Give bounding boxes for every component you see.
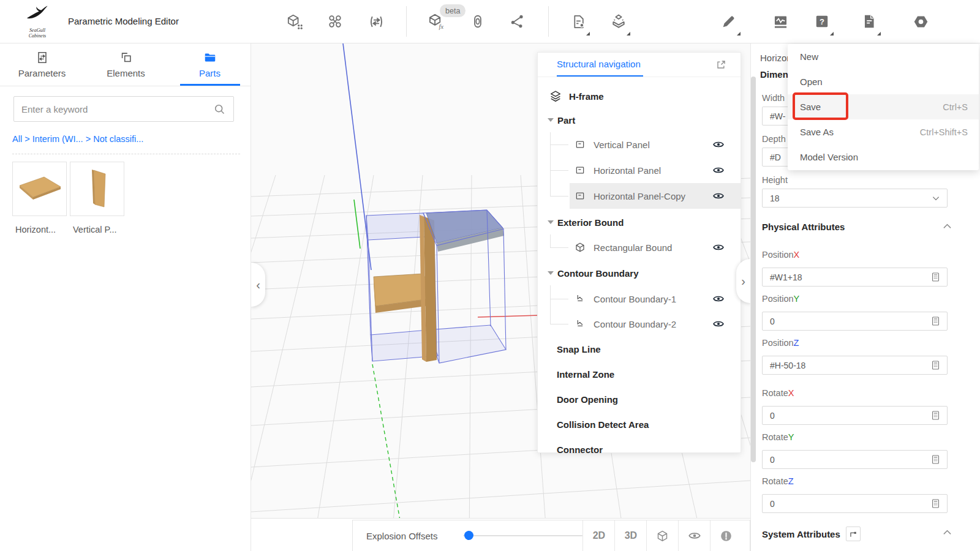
collapse-caret-icon[interactable] — [548, 271, 554, 275]
visibility-button[interactable] — [678, 520, 710, 551]
collapse-right-panel-handle[interactable]: › — [736, 259, 750, 303]
collapse-section-button[interactable] — [941, 527, 953, 538]
tabs-divider — [0, 86, 251, 86]
calculator-icon[interactable] — [930, 316, 941, 326]
tree-item-horizontal-panel-copy-selected[interactable]: Horizontal Panel-Copy — [570, 183, 741, 209]
node-graph-icon[interactable] — [321, 6, 349, 37]
cube-view-button[interactable] — [646, 520, 678, 551]
menu-item-open[interactable]: Open — [788, 69, 979, 94]
monitor-icon[interactable] — [766, 6, 794, 37]
height-select[interactable]: 18 — [762, 189, 948, 208]
system-attributes-header: System Attributes — [762, 529, 840, 539]
calculator-icon[interactable] — [930, 454, 941, 465]
tree-item-horizontal-panel[interactable]: Horizontal Panel — [538, 157, 741, 183]
contour-icon — [575, 293, 586, 304]
search-input[interactable]: Enter a keyword — [13, 96, 234, 122]
eye-icon[interactable] — [712, 164, 725, 176]
structural-navigation-tab[interactable]: Structural navigation — [557, 59, 641, 69]
tab-parts[interactable]: Parts — [168, 43, 252, 86]
breadcrumb-notclassified[interactable]: Not classifi... — [93, 134, 143, 144]
app-title: Parametric Modeling Editor — [68, 16, 179, 26]
properties-scrollbar[interactable] — [751, 77, 756, 462]
vertical-panel-mesh — [420, 215, 437, 362]
structural-navigation-panel: Structural navigation H-frame Part Verti… — [537, 52, 741, 453]
share-icon[interactable] — [503, 6, 532, 37]
calculator-icon[interactable] — [930, 410, 941, 421]
menu-item-save[interactable]: SaveCtrl+S — [788, 94, 979, 119]
explosion-offsets-slider[interactable] — [463, 535, 582, 536]
tree-group-door-opening[interactable]: Door Opening — [538, 387, 741, 411]
eye-icon[interactable] — [712, 138, 725, 151]
edit-pencil-icon[interactable] — [715, 6, 743, 37]
slider-knob[interactable] — [464, 531, 473, 540]
corner-point-button[interactable] — [846, 527, 861, 541]
tree-item-contour-boundary-2[interactable]: Contour Boundary-2 — [538, 311, 741, 337]
dashed-divider — [12, 154, 240, 154]
tree-item-h-frame[interactable]: H-frame — [538, 83, 741, 109]
tab-parameters[interactable]: Parameters — [0, 43, 84, 86]
eye-icon[interactable] — [712, 318, 725, 330]
menu-item-model-version[interactable]: Model Version — [788, 144, 979, 170]
settings-nut-icon[interactable] — [907, 6, 935, 37]
explosion-offsets-label: Explosion Offsets — [366, 531, 437, 541]
panel-icon — [575, 139, 586, 150]
warning-button[interactable] — [710, 520, 742, 551]
model-library-icon[interactable] — [281, 6, 309, 37]
positionz-input[interactable]: #H-50-18 — [762, 356, 948, 375]
part-thumbnail-horizontal-panel[interactable] — [12, 162, 67, 216]
breadcrumb-interim[interactable]: Interim (WI... — [32, 134, 83, 144]
positiony-input[interactable]: 0 — [762, 312, 948, 331]
collapse-section-button[interactable] — [941, 220, 953, 232]
rotatey-input[interactable]: 0 — [762, 450, 948, 469]
tree-group-snap-line[interactable]: Snap Line — [538, 337, 741, 361]
menu-item-new[interactable]: New — [788, 44, 979, 69]
tree-item-contour-boundary-1[interactable]: Contour Boundary-1 — [538, 286, 741, 312]
eye-icon — [688, 529, 701, 542]
search-placeholder: Enter a keyword — [21, 104, 213, 114]
breadcrumb-sep: > — [24, 134, 29, 144]
tree-group-connector[interactable]: Connector — [538, 437, 741, 462]
rotatex-input[interactable]: 0 — [762, 406, 948, 425]
beta-badge: beta — [440, 4, 466, 17]
swap-parens-icon[interactable] — [362, 6, 390, 37]
eye-icon[interactable] — [712, 293, 725, 305]
tree-item-rectangular-bound[interactable]: Rectangular Bound — [538, 234, 741, 260]
tree-group-collision-detect-area[interactable]: Collision Detect Area — [538, 412, 741, 437]
breadcrumb-sep: > — [86, 134, 91, 144]
part-thumbnail-vertical-panel[interactable] — [70, 162, 124, 216]
document-audit-icon[interactable] — [564, 6, 592, 37]
app-logo: SeaGullCabinets — [18, 4, 56, 39]
rotatez-label: RotateZ — [762, 476, 794, 486]
elements-icon — [119, 51, 133, 64]
tree-group-internal-zone[interactable]: Internal Zone — [538, 362, 741, 386]
tree-group-exterior-bound[interactable]: Exterior Bound — [538, 210, 741, 234]
tree-item-vertical-panel[interactable]: Vertical Panel — [538, 132, 741, 157]
view-2d-button[interactable]: 2D — [582, 520, 614, 551]
file-dropdown-menu: New Open SaveCtrl+S Save AsCtrl+Shift+S … — [788, 44, 979, 170]
parts-sidebar: Parameters Elements Parts Enter a keywor… — [0, 43, 251, 551]
material-box-icon[interactable] — [605, 6, 633, 37]
eye-icon[interactable] — [712, 190, 725, 202]
top-toolbar: SeaGullCabinets Parametric Modeling Edit… — [0, 0, 980, 43]
folder-icon — [203, 51, 217, 64]
expand-panel-icon[interactable] — [715, 59, 727, 70]
menu-item-save-as[interactable]: Save AsCtrl+Shift+S — [788, 119, 979, 144]
calculator-icon[interactable] — [930, 498, 941, 509]
collapse-caret-icon[interactable] — [548, 220, 554, 224]
tree-group-contour-boundary[interactable]: Contour Boundary — [538, 261, 741, 285]
document-icon[interactable] — [855, 6, 883, 37]
collapse-caret-icon[interactable] — [548, 118, 554, 122]
cube-icon — [656, 530, 669, 542]
stretch-icon[interactable] — [464, 6, 492, 37]
eye-icon[interactable] — [712, 241, 725, 253]
search-icon[interactable] — [213, 103, 226, 116]
view-3d-button[interactable]: 3D — [614, 520, 646, 551]
help-icon[interactable] — [808, 6, 836, 37]
calculator-icon[interactable] — [930, 360, 941, 370]
breadcrumb-all[interactable]: All — [12, 134, 22, 144]
rotatez-input[interactable]: 0 — [762, 494, 948, 513]
positionx-input[interactable]: #W1+18 — [762, 268, 948, 287]
calculator-icon[interactable] — [930, 272, 941, 282]
tab-elements[interactable]: Elements — [84, 43, 168, 86]
tree-group-part[interactable]: Part — [538, 108, 741, 132]
